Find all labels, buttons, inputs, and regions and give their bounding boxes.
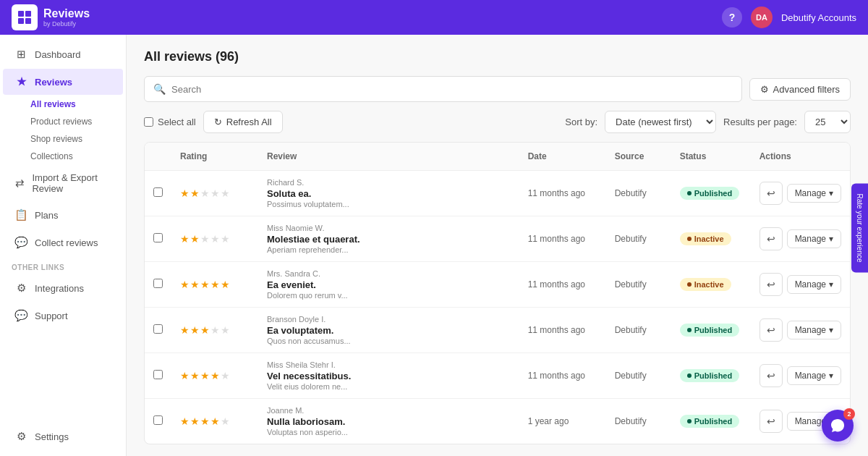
star: ★ (221, 187, 230, 199)
star: ★ (180, 279, 190, 290)
rate-widget[interactable]: Rate your experience (851, 183, 868, 272)
col-date: Date (519, 143, 606, 171)
star: ★ (200, 233, 210, 245)
status-badge: Published (680, 187, 740, 200)
star: ★ (190, 279, 200, 290)
chat-widget[interactable]: 2 (822, 410, 854, 442)
review-cell: Branson Doyle I.Ea voluptatem.Quos non a… (258, 308, 519, 353)
manage-button[interactable]: Manage ▾ (787, 229, 841, 248)
status-badge: Inactive (680, 278, 731, 291)
review-cell: Joanne M.Nulla laboriosam.Voluptas non a… (258, 399, 519, 444)
star: ★ (210, 324, 220, 336)
logo-icon (12, 4, 38, 30)
row-checkbox[interactable] (153, 415, 163, 425)
sidebar-item-settings[interactable]: ⚙ Settings (3, 423, 123, 449)
review-actions: ↩ Manage ▾ (751, 262, 850, 308)
manage-button[interactable]: Manage ▾ (787, 321, 841, 339)
reply-button[interactable]: ↩ (760, 318, 783, 342)
search-input[interactable] (171, 84, 733, 95)
sidebar-sub-shop-reviews[interactable]: Shop reviews (0, 130, 126, 148)
reviewer-name: Miss Naomie W. (267, 224, 511, 232)
chat-badge: 2 (843, 408, 855, 420)
chevron-down-icon: ▾ (829, 371, 833, 381)
review-snippet: Aperiam reprehender... (267, 245, 511, 254)
select-all-checkbox[interactable] (144, 117, 153, 127)
star: ★ (221, 370, 230, 381)
review-status: Published (671, 308, 751, 353)
advanced-filters-button[interactable]: ⚙ Advanced filters (749, 78, 851, 101)
manage-button[interactable]: Manage ▾ (787, 275, 841, 294)
plans-icon: 📋 (14, 208, 27, 221)
review-actions: ↩ Manage ▾ (751, 353, 850, 399)
reply-button[interactable]: ↩ (760, 364, 783, 387)
star: ★ (210, 233, 220, 245)
star: ★ (210, 370, 220, 381)
row-checkbox[interactable] (153, 279, 163, 288)
chevron-down-icon: ▾ (829, 325, 833, 335)
settings-icon: ⚙ (14, 430, 27, 443)
sidebar-sub-collections[interactable]: Collections (0, 148, 126, 165)
chevron-down-icon: ▾ (829, 188, 833, 198)
user-name: Debutify Accounts (781, 12, 856, 23)
reply-button[interactable]: ↩ (760, 182, 783, 205)
chevron-down-icon: ▾ (829, 234, 833, 244)
row-checkbox[interactable] (153, 370, 163, 379)
star: ★ (221, 233, 230, 245)
reviewer-name: Miss Sheila Stehr I. (267, 360, 511, 369)
page-title: All reviews (96) (144, 49, 851, 64)
sidebar-item-collect[interactable]: 💬 Collect reviews (3, 229, 123, 256)
sidebar-item-reviews[interactable]: ★ Reviews (3, 69, 123, 95)
row-checkbox[interactable] (153, 233, 163, 242)
status-dot (687, 373, 692, 378)
status-dot (687, 282, 692, 287)
sidebar-sub-all-reviews[interactable]: All reviews (0, 96, 126, 113)
manage-button[interactable]: Manage ▾ (787, 184, 841, 203)
star: ★ (221, 415, 230, 427)
col-status: Status (671, 143, 751, 171)
star: ★ (190, 370, 200, 381)
sidebar-item-import-export[interactable]: ⇄ Import & Export Review (3, 166, 123, 200)
review-title: Soluta ea. (267, 188, 511, 199)
row-checkbox[interactable] (153, 187, 163, 197)
star: ★ (180, 233, 190, 245)
sort-area: Sort by: Date (newest first)Date (oldest… (565, 111, 851, 133)
help-button[interactable]: ? (722, 7, 742, 28)
sidebar-item-plans[interactable]: 📋 Plans (3, 202, 123, 228)
select-all-label[interactable]: Select all (144, 117, 196, 127)
sidebar-sub-product-reviews[interactable]: Product reviews (0, 113, 126, 130)
sidebar-item-label: Dashboard (35, 49, 81, 60)
sidebar-item-label: Support (35, 311, 68, 321)
sidebar-item-integrations[interactable]: ⚙ Integrations (3, 275, 123, 301)
table-row: ★★★★★Miss Naomie W.Molestiae et quaerat.… (145, 216, 850, 262)
sort-select[interactable]: Date (newest first)Date (oldest first)Ra… (605, 111, 716, 133)
reviews-table: Rating Review Date Source Status Actions… (144, 142, 851, 444)
sidebar-item-dashboard[interactable]: ⊞ Dashboard (3, 41, 123, 67)
manage-button[interactable]: Manage ▾ (787, 366, 841, 385)
star: ★ (180, 370, 190, 381)
sidebar-item-support[interactable]: 💬 Support (3, 303, 123, 329)
star: ★ (190, 415, 200, 427)
reply-button[interactable]: ↩ (760, 273, 783, 296)
status-dot (687, 191, 692, 195)
star: ★ (200, 279, 210, 290)
integrations-icon: ⚙ (14, 282, 27, 295)
app-sub: by Debutify (43, 20, 90, 28)
review-title: Nulla laboriosam. (267, 416, 511, 427)
reply-button[interactable]: ↩ (760, 227, 783, 250)
star-rating: ★★★★★ (180, 233, 250, 245)
svg-rect-0 (18, 11, 24, 17)
review-title: Ea voluptatem. (267, 325, 511, 336)
review-status: Inactive (671, 216, 751, 262)
refresh-button[interactable]: ↻ Refresh All (203, 111, 283, 133)
review-snippet: Possimus voluptatem... (267, 200, 511, 208)
reviews-icon: ★ (14, 75, 27, 88)
avatar[interactable]: DA (751, 7, 773, 28)
review-cell: Miss Sheila Stehr I.Vel necessitatibus.V… (258, 353, 519, 399)
star: ★ (210, 415, 220, 427)
per-page-select[interactable]: 102550100 (804, 111, 851, 133)
sidebar-item-label: Import & Export Review (32, 172, 111, 194)
reply-button[interactable]: ↩ (760, 410, 783, 433)
star-rating: ★★★★★ (180, 370, 250, 381)
review-date: 11 months ago (519, 308, 606, 353)
row-checkbox[interactable] (153, 324, 163, 334)
